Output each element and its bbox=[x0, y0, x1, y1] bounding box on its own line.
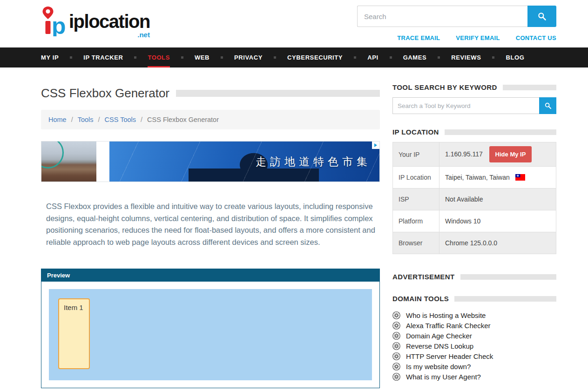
nav-item-api[interactable]: API bbox=[367, 47, 378, 67]
site-search bbox=[357, 6, 556, 27]
preview-panel-header: Preview bbox=[41, 269, 379, 282]
domain-tool-link-alexa-rank[interactable]: Alexa Traffic Rank Checker bbox=[406, 322, 490, 330]
search-icon bbox=[544, 102, 552, 109]
list-item: Alexa Traffic Rank Checker bbox=[392, 320, 556, 330]
row-label: IP Location bbox=[393, 167, 439, 189]
domain-tool-link-user-agent[interactable]: What is my User Agent? bbox=[406, 373, 481, 381]
main-nav: MY IP IP TRACKER TOOLS WEB PRIVACY CYBER… bbox=[0, 47, 588, 67]
domain-tools-heading: DOMAIN TOOLS bbox=[392, 295, 449, 303]
site-search-button[interactable] bbox=[527, 6, 556, 27]
nav-separator bbox=[438, 56, 440, 59]
ip-location-value: Taipei, Taiwan, Taiwan bbox=[445, 174, 510, 181]
nav-item-privacy[interactable]: PRIVACY bbox=[234, 47, 263, 67]
breadcrumb-home[interactable]: Home bbox=[48, 116, 67, 123]
table-row-platform: Platform Windows 10 bbox=[393, 210, 556, 232]
row-value: Taipei, Taiwan, Taiwan bbox=[439, 167, 556, 189]
nav-item-reviews[interactable]: REVIEWS bbox=[451, 47, 481, 67]
row-value: Not Available bbox=[439, 189, 556, 210]
link-contact-us[interactable]: CONTACT US bbox=[516, 34, 556, 41]
page-title: CSS Flexbox Generator bbox=[41, 86, 169, 101]
nav-separator bbox=[221, 56, 223, 59]
nav-separator bbox=[274, 56, 276, 59]
nav-item-ip-tracker[interactable]: IP TRACKER bbox=[83, 47, 123, 67]
site-search-input[interactable] bbox=[357, 6, 527, 27]
domain-tool-link-hosting[interactable]: Who is Hosting a Website bbox=[406, 311, 486, 319]
nav-separator bbox=[70, 56, 72, 59]
breadcrumb-css-tools[interactable]: CSS Tools bbox=[105, 116, 136, 123]
list-item: Is my website down? bbox=[392, 361, 556, 371]
breadcrumb-separator: / bbox=[141, 116, 142, 123]
breadcrumb-separator: / bbox=[98, 116, 100, 123]
table-row-ip-location: IP Location Taipei, Taiwan, Taiwan bbox=[393, 167, 556, 189]
flex-preview-container: Item 1 bbox=[49, 289, 372, 380]
ad-choices-icon[interactable] bbox=[372, 142, 379, 149]
site-header: p iplocation .net TRACE EMAIL VERIFY EMA… bbox=[0, 0, 588, 41]
ad-creative: 走訪地道特色市集 bbox=[109, 142, 379, 182]
nav-separator bbox=[390, 56, 392, 59]
breadcrumb-separator: / bbox=[71, 116, 73, 123]
link-verify-email[interactable]: VERIFY EMAIL bbox=[456, 34, 500, 41]
nav-item-tools[interactable]: TOOLS bbox=[148, 47, 170, 67]
heading-divider-bar bbox=[445, 129, 556, 135]
table-row-your-ip: Your IP 1.160.95.117 Hide My IP bbox=[393, 142, 556, 167]
nav-item-blog[interactable]: BLOG bbox=[506, 47, 524, 67]
list-item: HTTP Server Header Check bbox=[392, 351, 556, 361]
row-label: Your IP bbox=[393, 142, 439, 167]
row-value: Chrome 125.0.0.0 bbox=[439, 232, 556, 254]
row-label: Browser bbox=[393, 232, 439, 254]
domain-tool-link-website-down[interactable]: Is my website down? bbox=[406, 363, 471, 371]
header-links: TRACE EMAIL VERIFY EMAIL CONTACT US bbox=[397, 34, 556, 41]
list-item: Reverse DNS Lookup bbox=[392, 341, 556, 351]
list-item: Who is Hosting a Website bbox=[392, 310, 556, 320]
row-label: ISP bbox=[393, 189, 439, 210]
svg-text:p: p bbox=[52, 13, 66, 36]
ad-photo bbox=[41, 142, 96, 182]
title-divider-bar bbox=[176, 90, 380, 97]
flex-item-1: Item 1 bbox=[58, 298, 90, 369]
sidebar: TOOL SEARCH BY KEYWORD IP LOCATION Your … bbox=[392, 83, 556, 388]
nav-separator bbox=[181, 56, 183, 59]
nav-item-my-ip[interactable]: MY IP bbox=[41, 47, 59, 67]
logo-text: iplocation .net bbox=[69, 12, 150, 38]
nav-separator bbox=[354, 56, 356, 59]
heading-divider-bar bbox=[503, 85, 556, 90]
link-trace-email[interactable]: TRACE EMAIL bbox=[397, 34, 440, 41]
domain-tool-link-http-header[interactable]: HTTP Server Header Check bbox=[406, 352, 493, 360]
table-row-browser: Browser Chrome 125.0.0.0 bbox=[393, 232, 556, 254]
row-label: Platform bbox=[393, 210, 439, 232]
breadcrumb-current: CSS Flexbox Generator bbox=[147, 116, 219, 123]
site-logo[interactable]: p iplocation .net bbox=[41, 6, 150, 38]
gear-icon bbox=[392, 373, 400, 381]
tool-search-button[interactable] bbox=[539, 97, 556, 114]
row-value: Windows 10 bbox=[439, 210, 556, 232]
tool-search bbox=[392, 97, 556, 114]
your-ip-value: 1.160.95.117 bbox=[445, 150, 483, 158]
tool-search-heading: TOOL SEARCH BY KEYWORD bbox=[392, 83, 497, 91]
domain-tool-link-domain-age[interactable]: Domain Age Checker bbox=[406, 332, 472, 340]
tool-search-input[interactable] bbox=[392, 97, 539, 114]
breadcrumb: Home / Tools / CSS Tools / CSS Flexbox G… bbox=[41, 110, 380, 129]
nav-item-cybersecurity[interactable]: CYBERSECURITY bbox=[287, 47, 343, 67]
list-item: Domain Age Checker bbox=[392, 330, 556, 341]
gear-icon bbox=[392, 363, 400, 371]
nav-item-web[interactable]: WEB bbox=[195, 47, 210, 67]
taiwan-flag-icon bbox=[515, 174, 525, 181]
heading-divider-bar bbox=[454, 296, 556, 302]
preview-panel: Preview Item 1 bbox=[41, 269, 380, 388]
breadcrumb-tools[interactable]: Tools bbox=[78, 116, 94, 123]
nav-item-games[interactable]: GAMES bbox=[403, 47, 427, 67]
gear-icon bbox=[392, 332, 400, 340]
ad-banner[interactable]: 走訪地道特色市集 bbox=[41, 141, 380, 182]
ip-location-table: Your IP 1.160.95.117 Hide My IP IP Locat… bbox=[392, 142, 556, 254]
heading-divider-bar bbox=[460, 274, 556, 280]
preview-panel-body: Item 1 bbox=[41, 282, 379, 388]
logo-pin-icon: p bbox=[41, 6, 67, 38]
nav-separator bbox=[492, 56, 494, 59]
search-icon bbox=[537, 12, 547, 21]
hide-my-ip-button[interactable]: Hide My IP bbox=[489, 146, 532, 162]
gear-icon bbox=[392, 322, 400, 330]
domain-tools-list: Who is Hosting a Website Alexa Traffic R… bbox=[392, 310, 556, 382]
domain-tool-link-reverse-dns[interactable]: Reverse DNS Lookup bbox=[406, 342, 473, 350]
nav-separator bbox=[134, 56, 136, 59]
ad-text: 走訪地道特色市集 bbox=[256, 155, 371, 169]
